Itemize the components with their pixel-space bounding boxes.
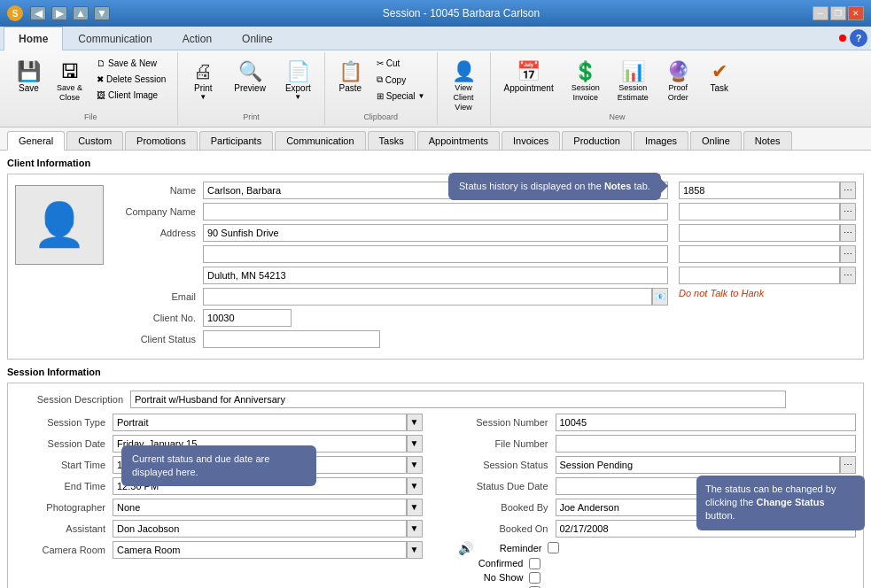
session-two-col: Session Type ▼ Current status and due da… [15,414,856,588]
session-status-btn[interactable]: ⋯ [840,456,856,474]
right-field-2[interactable] [679,203,840,220]
assistant-dropdown[interactable]: ▼ [407,520,423,538]
tab-action[interactable]: Action [167,27,227,50]
session-left-col: Session Type ▼ Current status and due da… [15,414,440,588]
right-field-3-btn[interactable]: ⋯ [840,224,856,242]
main-content: Client Information 👤 Name Company Name [0,151,871,588]
company-input[interactable] [203,203,668,220]
sub-tab-appointments[interactable]: Appointments [417,131,500,150]
confirmed-checkbox[interactable] [529,558,540,569]
city-input[interactable] [203,267,668,284]
phone-btn[interactable]: ⋯ [840,182,856,199]
right-field-2-btn[interactable]: ⋯ [840,203,856,220]
right-field-3[interactable] [679,224,840,242]
session-invoice-button[interactable]: 💲 SessionInvoice [565,56,606,107]
print-button[interactable]: 🖨 Print ▼ [185,56,221,105]
delete-session-button[interactable]: ✖ Delete Session [92,72,170,87]
sub-tab-images[interactable]: Images [634,131,688,150]
sub-tab-invoices[interactable]: Invoices [502,131,560,150]
sub-tab-communication[interactable]: Communication [275,131,365,150]
photographer-label: Photographer [15,502,113,513]
task-button[interactable]: ✔ Task [702,56,737,97]
camera-room-input[interactable] [113,541,407,559]
view-client-button[interactable]: 👤 ViewClientView [446,56,482,116]
sub-tab-online[interactable]: Online [690,131,742,150]
sub-tab-tasks[interactable]: Tasks [368,131,416,150]
sub-tab-participants[interactable]: Participants [199,131,273,150]
session-type-input[interactable] [113,414,407,431]
session-estimate-button[interactable]: 📊 SessionEstimate [611,56,655,107]
help-button[interactable]: ? [850,29,867,47]
start-time-dropdown[interactable]: ▼ [407,456,423,474]
paste-button[interactable]: 📋 Paste [332,56,369,97]
client-image-button[interactable]: 🖼 Client Image [92,88,170,103]
session-desc-input[interactable] [130,391,786,408]
nav-back[interactable]: ◀ [30,6,46,20]
phone-input[interactable] [679,182,840,199]
title-bar: S ◀ ▶ ▲ ▼ Session - 10045 Barbara Carlso… [0,0,871,27]
sub-tab-production[interactable]: Production [562,131,632,150]
photographer-input[interactable] [113,499,407,516]
session-type-dropdown[interactable]: ▼ [407,414,423,431]
export-button[interactable]: 📄 Export ▼ [279,56,317,105]
sub-tab-custom[interactable]: Custom [66,131,123,150]
sub-tab-general[interactable]: General [7,131,65,151]
address1-input[interactable] [203,224,668,242]
minimize-button[interactable]: ─ [813,6,828,20]
copy-button[interactable]: ⧉ Copy [372,72,430,88]
right-field-4[interactable] [679,245,840,263]
clientstatus-input[interactable] [203,330,380,348]
nav-forward[interactable]: ▶ [51,6,67,20]
no-show-row: No Show [458,572,857,584]
appointment-button[interactable]: 📅 Appointment [498,56,560,97]
ribbon-group-print: 🖨 Print ▼ 🔍 Preview 📄 Export ▼ Print [178,52,324,125]
session-status-input[interactable] [556,456,841,474]
session-date-dropdown[interactable]: ▼ [407,435,423,453]
tab-online[interactable]: Online [227,27,288,50]
status-due-date-label: Status Due Date [449,481,556,491]
file-group-label: File [84,109,97,121]
right-field-5[interactable] [679,267,840,284]
save-close-icon: 🖫 [60,60,80,83]
company-row: Company Name [114,203,668,220]
proof-order-button[interactable]: 🔮 ProofOrder [660,56,696,107]
nav-up[interactable]: ▲ [73,6,89,20]
tab-home[interactable]: Home [4,27,63,50]
close-button[interactable]: ✕ [848,6,864,20]
no-show-checkbox[interactable] [529,572,540,584]
tab-communication[interactable]: Communication [63,27,167,50]
assistant-input[interactable] [113,520,407,538]
end-time-dropdown[interactable]: ▼ [407,477,423,495]
restore-button[interactable]: ❐ [830,6,846,20]
client-info-title: Client Information [7,158,864,168]
quick-access[interactable]: ▼ [94,6,110,20]
email-btn[interactable]: 📧 [652,288,668,306]
ribbon-group-file: 💾 Save 🖫 Save &Close 🗋 Save & New ✖ Dele… [4,52,178,125]
sub-tab-notes[interactable]: Notes [743,131,792,150]
preview-button[interactable]: 🔍 Preview [228,56,272,97]
session-number-input[interactable] [556,414,857,431]
email-input[interactable] [203,288,652,306]
address2-input[interactable] [203,245,668,263]
photographer-dropdown[interactable]: ▼ [407,499,423,516]
clipboard-group-label: Clipboard [363,109,398,121]
reminder-checkbox[interactable] [548,542,559,553]
session-status-label: Session Status [449,460,556,470]
view-client-icon: 👤 [452,60,476,83]
client-fields-left: Name Company Name Address [114,182,668,352]
clientno-input[interactable] [203,309,292,327]
clipboard-small-buttons: ✂ Cut ⧉ Copy ⊞ Special ▼ [372,56,430,104]
right-field-4-btn[interactable]: ⋯ [840,245,856,263]
notes-tooltip: Status history is displayed on the Notes… [448,173,661,200]
camera-room-dropdown[interactable]: ▼ [407,541,423,559]
cut-button[interactable]: ✂ Cut [372,56,430,71]
save-button[interactable]: 💾 Save [11,56,47,97]
special-button[interactable]: ⊞ Special ▼ [372,89,430,104]
sub-tab-promotions[interactable]: Promotions [125,131,198,150]
booked-on-label: Booked On [449,523,556,534]
right-field-5-btn[interactable]: ⋯ [840,267,856,284]
app-icon: S [7,5,23,21]
save-close-button[interactable]: 🖫 Save &Close [51,56,89,107]
file-number-input[interactable] [556,435,857,453]
save-new-button[interactable]: 🗋 Save & New [92,56,170,71]
